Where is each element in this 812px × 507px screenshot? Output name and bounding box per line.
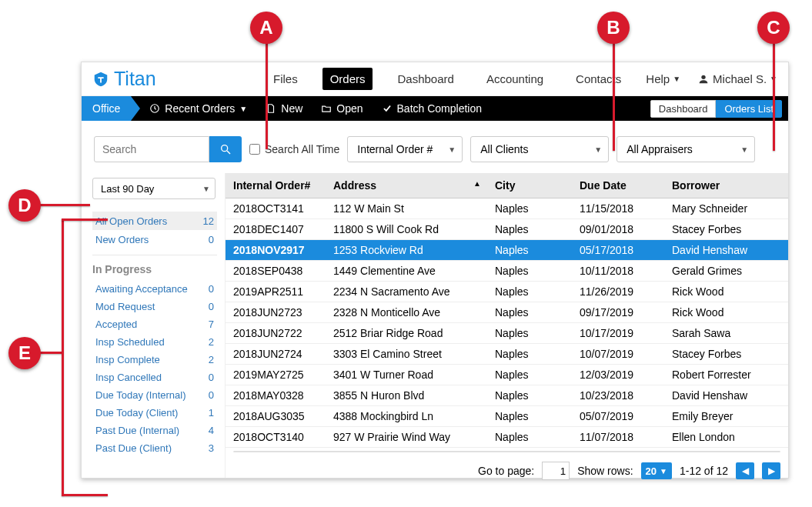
brand-name: Titan: [114, 68, 156, 90]
sidebar-item-label: Insp Scheduled: [95, 336, 165, 348]
cell-city: Naples: [487, 344, 572, 365]
col-order[interactable]: Internal Order#: [226, 173, 326, 198]
sidebar-item-count: 1: [209, 407, 214, 419]
nav-help[interactable]: Help ▼: [646, 72, 680, 85]
batch-completion-button[interactable]: Batch Completion: [382, 102, 483, 115]
sidebar-item[interactable]: All Open Orders12: [92, 212, 217, 230]
sidebar-item[interactable]: Insp Scheduled2: [92, 333, 217, 351]
sidebar-item-label: Past Due (Client): [95, 442, 172, 454]
open-button[interactable]: Open: [321, 102, 363, 115]
sidebar-item-count: 0: [209, 389, 214, 401]
date-range-select[interactable]: Last 90 Day ▼: [92, 178, 216, 199]
sidebar-item-label: Awaiting Acceptance: [95, 283, 188, 295]
cell-order: 2018OCT3140: [226, 427, 326, 448]
cell-borrower: David Henshaw: [664, 240, 788, 261]
table-row[interactable]: 2018JUN27222512 Briar Ridge RoadNaples10…: [226, 323, 788, 344]
table-row[interactable]: 2018OCT3141112 W Main StNaples11/15/2018…: [226, 198, 788, 219]
show-rows-label: Show rows:: [577, 465, 633, 477]
search-all-time-checkbox[interactable]: Search All Time: [249, 143, 339, 155]
table-row[interactable]: 2018MAY03283855 N Huron BlvdNaples10/23/…: [226, 385, 788, 406]
user-menu[interactable]: Michael S. ▼: [697, 72, 777, 85]
sidebar-item[interactable]: Insp Cancelled0: [92, 369, 217, 386]
nav-accounting[interactable]: Accounting: [479, 68, 551, 90]
col-due-date[interactable]: Due Date: [572, 173, 664, 198]
sidebar-item[interactable]: Insp Complete2: [92, 351, 217, 369]
toolbar: Search All Time Internal Order # ▼ All C…: [82, 121, 788, 173]
table-row[interactable]: 2018OCT3140927 W Prairie Wind WayNaples1…: [226, 427, 788, 448]
sidebar-item[interactable]: Awaiting Acceptance0: [92, 280, 217, 298]
prev-page-button[interactable]: ◀: [736, 462, 754, 479]
sidebar-item[interactable]: Accepted7: [92, 315, 217, 333]
column-select[interactable]: Internal Order # ▼: [347, 136, 463, 162]
cell-due: 05/17/2018: [572, 240, 664, 261]
sidebar-item-label: Accepted: [95, 319, 137, 330]
nav-contacts[interactable]: Contacts: [568, 68, 629, 90]
table-row[interactable]: 2018NOV29171253 Rockview RdNaples05/17/2…: [226, 240, 788, 261]
sidebar-item-count: 7: [209, 319, 214, 330]
page-input[interactable]: [542, 462, 570, 480]
cell-borrower: Rick Wood: [664, 282, 788, 302]
main: Last 90 Day ▼ All Open Orders12New Order…: [82, 173, 788, 478]
sidebar-item-count: 0: [209, 301, 214, 312]
check-icon: [382, 103, 393, 114]
callout-c: C: [757, 12, 790, 44]
cell-city: Naples: [487, 261, 572, 282]
sidebar-item[interactable]: Due Today (Client)1: [92, 404, 217, 422]
sidebar-item[interactable]: Past Due (Internal)4: [92, 422, 217, 439]
toggle-dashboard[interactable]: Dashboard: [650, 100, 717, 118]
table-row[interactable]: 2018JUN27232328 N Monticello AveNaples09…: [226, 302, 788, 323]
search-button[interactable]: [209, 136, 242, 162]
sidebar-item-count: 0: [209, 234, 214, 245]
sidebar-item[interactable]: New Orders0: [92, 230, 217, 248]
clock-icon: [149, 103, 160, 114]
rows-per-page-select[interactable]: 20 ▼: [641, 462, 672, 479]
horizontal-scrollbar[interactable]: [233, 451, 780, 452]
sidebar-item-label: New Orders: [95, 234, 149, 245]
cell-city: Naples: [487, 282, 572, 302]
recent-orders-menu[interactable]: Recent Orders ▼: [149, 102, 247, 115]
subbar: Office Recent Orders ▼ New Open Batch Co…: [82, 96, 788, 121]
sidebar-item[interactable]: Past Due (Client)3: [92, 439, 217, 457]
col-address[interactable]: Address▲: [326, 173, 487, 198]
recent-orders-label: Recent Orders: [165, 102, 235, 115]
table-row[interactable]: 2019APR25112234 N Sacramento AveNaples11…: [226, 282, 788, 302]
new-button[interactable]: New: [266, 102, 302, 115]
svg-line-3: [227, 151, 230, 154]
col-city[interactable]: City: [487, 173, 572, 198]
cell-due: 09/01/2018: [572, 219, 664, 240]
cell-order: 2018OCT3141: [226, 198, 326, 219]
search-icon: [219, 143, 232, 155]
sidebar-item[interactable]: Mod Request0: [92, 298, 217, 315]
callout-d: D: [8, 189, 41, 222]
clients-select[interactable]: All Clients ▼: [470, 136, 609, 162]
col-borrower[interactable]: Borrower: [664, 173, 788, 198]
sort-asc-icon: ▲: [473, 179, 481, 188]
cell-borrower: Robert Forrester: [664, 365, 788, 385]
table-row[interactable]: 2019MAY27253401 W Turner RoadNaples12/03…: [226, 365, 788, 385]
topnav: Files Orders Dashboard Accounting Contac…: [266, 68, 777, 90]
table-row[interactable]: 2018AUG30354388 Mockingbird LnNaples05/0…: [226, 406, 788, 427]
search-all-time-input[interactable]: [249, 144, 260, 155]
cell-order: 2018SEP0438: [226, 261, 326, 282]
tab-office[interactable]: Office: [82, 96, 131, 121]
cell-city: Naples: [487, 219, 572, 240]
cell-borrower: Rick Wood: [664, 302, 788, 323]
nav-dashboard[interactable]: Dashboard: [389, 68, 461, 90]
table-area: Internal Order# Address▲ City Due Date B…: [225, 173, 788, 478]
chevron-down-icon: ▼: [448, 145, 456, 154]
table-row[interactable]: 2018JUN27243303 El Camino StreetNaples10…: [226, 344, 788, 365]
cell-address: 11800 S Will Cook Rd: [326, 219, 487, 240]
table-row[interactable]: 2018DEC140711800 S Will Cook RdNaples09/…: [226, 219, 788, 240]
table-body: 2018OCT3141112 W Main StNaples11/15/2018…: [226, 198, 788, 448]
cell-city: Naples: [487, 323, 572, 344]
next-page-button[interactable]: ▶: [762, 462, 780, 479]
nav-files[interactable]: Files: [266, 68, 306, 90]
sidebar-item-label: Insp Complete: [95, 354, 160, 365]
appraisers-select[interactable]: All Appraisers ▼: [617, 136, 755, 162]
callout-d-line: [40, 204, 90, 206]
chevron-down-icon: ▼: [673, 75, 680, 83]
sidebar-item[interactable]: Due Today (Internal)0: [92, 386, 217, 404]
nav-orders[interactable]: Orders: [322, 68, 373, 90]
search-input[interactable]: [94, 136, 209, 162]
table-row[interactable]: 2018SEP04381449 Clementine AveNaples10/1…: [226, 261, 788, 282]
